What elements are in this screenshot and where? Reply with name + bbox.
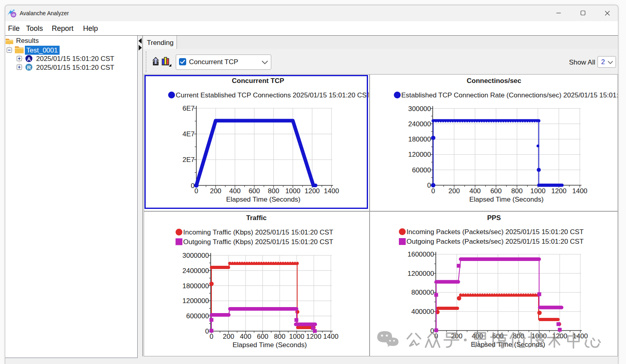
- svg-text:200: 200: [449, 187, 460, 195]
- svg-text:1200000: 1200000: [183, 297, 209, 305]
- svg-text:800: 800: [274, 333, 285, 340]
- svg-text:180000: 180000: [408, 135, 431, 143]
- svg-text:1200: 1200: [306, 333, 321, 340]
- svg-text:1600000: 1600000: [408, 251, 434, 258]
- svg-text:Results: Results: [16, 37, 39, 44]
- svg-text:200: 200: [223, 333, 234, 340]
- svg-text:Established TCP Connection Rat: Established TCP Connection Rate (Connect…: [401, 91, 618, 99]
- svg-text:Incoming Traffic (Kbps) 2025/0: Incoming Traffic (Kbps) 2025/01/15 15:01…: [183, 229, 333, 236]
- svg-text:Outgoing Traffic (Kbps) 2025/0: Outgoing Traffic (Kbps) 2025/01/15 15:01…: [183, 238, 333, 246]
- svg-text:Elapsed Time (Seconds): Elapsed Time (Seconds): [232, 341, 307, 349]
- svg-text:2025/01/15 15:01:20 CST: 2025/01/15 15:01:20 CST: [36, 55, 114, 63]
- svg-text:0: 0: [205, 328, 209, 335]
- svg-text:400000: 400000: [411, 308, 434, 315]
- svg-text:PPS: PPS: [487, 214, 501, 222]
- svg-text:1800000: 1800000: [183, 282, 209, 290]
- svg-text:2400000: 2400000: [183, 267, 209, 275]
- svg-text:0: 0: [427, 182, 431, 189]
- svg-text:2025/01/15 15:01:20 CST: 2025/01/15 15:01:20 CST: [36, 64, 114, 71]
- svg-text:R: R: [27, 65, 31, 71]
- svg-text:A: A: [27, 56, 31, 62]
- svg-text:Incoming Packets (Packets/sec): Incoming Packets (Packets/sec) 2025/01/1…: [406, 228, 583, 236]
- svg-text:300000: 300000: [408, 105, 431, 113]
- svg-text:1000: 1000: [530, 187, 546, 195]
- svg-text:Outgoing Packets (Packets/sec): Outgoing Packets (Packets/sec) 2025/01/1…: [406, 238, 583, 245]
- svg-text:240000: 240000: [408, 120, 431, 128]
- svg-text:120000: 120000: [408, 151, 431, 158]
- svg-text:60000: 60000: [412, 166, 431, 174]
- svg-text:1200: 1200: [551, 187, 567, 195]
- svg-text:600000: 600000: [186, 312, 209, 320]
- svg-text:600: 600: [490, 187, 502, 195]
- svg-text:3000000: 3000000: [183, 252, 209, 259]
- svg-text:0: 0: [431, 187, 435, 195]
- svg-text:400: 400: [470, 187, 481, 195]
- svg-text:600: 600: [257, 333, 268, 340]
- svg-text:Traffic: Traffic: [246, 214, 266, 222]
- svg-text:800: 800: [511, 187, 522, 195]
- svg-text:1000: 1000: [289, 333, 305, 340]
- svg-text:1200000: 1200000: [408, 270, 434, 277]
- svg-text:800000: 800000: [411, 289, 434, 296]
- svg-text:0: 0: [209, 333, 213, 340]
- svg-text:Connectinos/sec: Connectinos/sec: [467, 77, 521, 85]
- svg-text:Elapsed Time (Seconds): Elapsed Time (Seconds): [469, 196, 543, 203]
- svg-text:1400: 1400: [572, 187, 587, 195]
- svg-text:1400: 1400: [323, 333, 339, 340]
- svg-text:Test_0001: Test_0001: [26, 47, 58, 54]
- svg-text:400: 400: [240, 333, 251, 340]
